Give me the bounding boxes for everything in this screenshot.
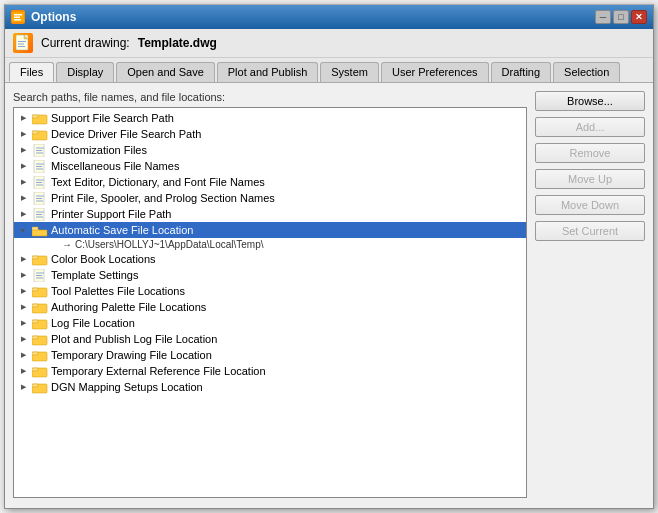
maximize-button[interactable]: □ — [613, 10, 629, 24]
title-bar-left: Options — [11, 10, 76, 24]
current-drawing-value: Template.dwg — [138, 36, 217, 50]
tree-label-printer-support: Printer Support File Path — [51, 208, 171, 220]
tab-files[interactable]: Files — [9, 62, 54, 82]
tree-item-authoring[interactable]: Authoring Palette File Locations — [14, 299, 526, 315]
current-drawing-label: Current drawing: — [41, 36, 130, 50]
tree-label-misc: Miscellaneous File Names — [51, 160, 179, 172]
svg-rect-50 — [32, 352, 38, 355]
browse-button[interactable]: Browse... — [535, 91, 645, 111]
expander-misc[interactable] — [16, 159, 30, 173]
tree-container[interactable]: Support File Search Path Device Driver F… — [13, 107, 527, 498]
folder-icon-dgn-mapping — [32, 381, 48, 394]
tree-label-customization: Customization Files — [51, 144, 147, 156]
left-panel: Search paths, file names, and file locat… — [13, 91, 527, 498]
expander-autosave[interactable] — [16, 223, 30, 237]
expander-tool-palettes[interactable] — [16, 284, 30, 298]
svg-rect-44 — [32, 304, 38, 307]
svg-rect-42 — [32, 288, 38, 291]
title-bar: Options ─ □ ✕ — [5, 5, 653, 29]
tab-display[interactable]: Display — [56, 62, 114, 82]
search-label: Search paths, file names, and file locat… — [13, 91, 527, 103]
tree-label-support: Support File Search Path — [51, 112, 174, 124]
tree-label-autosave: Automatic Save File Location — [51, 224, 193, 236]
tabs-bar: Files Display Open and Save Plot and Pub… — [5, 58, 653, 83]
tree-item-autosave-path[interactable]: → C:\Users\HOLLYJ~1\AppData\Local\Temp\ — [14, 238, 526, 251]
tab-open-save[interactable]: Open and Save — [116, 62, 214, 82]
tree-item-autosave[interactable]: Automatic Save File Location — [14, 222, 526, 238]
expander-temp-ext-ref[interactable] — [16, 364, 30, 378]
folder-icon-color-book — [32, 253, 48, 266]
right-panel: Browse... Add... Remove Move Up Move Dow… — [535, 91, 645, 498]
drawing-icon — [13, 33, 33, 53]
options-window: Options ─ □ ✕ Current drawing: Template.… — [4, 4, 654, 509]
tree-item-text-editor[interactable]: Text Editor, Dictionary, and Font File N… — [14, 174, 526, 190]
tree-item-customization[interactable]: Customization Files — [14, 142, 526, 158]
tree-item-tool-palettes[interactable]: Tool Palettes File Locations — [14, 283, 526, 299]
folder-icon-temp-ext-ref — [32, 365, 48, 378]
expander-printer-support[interactable] — [16, 207, 30, 221]
file-icon-template — [32, 269, 48, 282]
tree-item-temp-drawing[interactable]: Temporary Drawing File Location — [14, 347, 526, 363]
minimize-button[interactable]: ─ — [595, 10, 611, 24]
expander-plot-publish-log[interactable] — [16, 332, 30, 346]
tree-label-device: Device Driver File Search Path — [51, 128, 201, 140]
tab-drafting[interactable]: Drafting — [491, 62, 552, 82]
main-content: Search paths, file names, and file locat… — [5, 83, 653, 506]
expander-support[interactable] — [16, 111, 30, 125]
tab-system[interactable]: System — [320, 62, 379, 82]
window-icon — [11, 10, 25, 24]
tree-item-printer-support[interactable]: Printer Support File Path — [14, 206, 526, 222]
expander-temp-drawing[interactable] — [16, 348, 30, 362]
tree-item-log-file[interactable]: Log File Location — [14, 315, 526, 331]
expander-dgn-mapping[interactable] — [16, 380, 30, 394]
tree-item-device[interactable]: Device Driver File Search Path — [14, 126, 526, 142]
tree-item-misc[interactable]: Miscellaneous File Names — [14, 158, 526, 174]
tree-label-temp-drawing: Temporary Drawing File Location — [51, 349, 212, 361]
tree-label-log-file: Log File Location — [51, 317, 135, 329]
expander-log-file[interactable] — [16, 316, 30, 330]
svg-rect-48 — [32, 336, 38, 339]
svg-rect-12 — [32, 131, 38, 134]
tree-item-support-path[interactable]: Support File Search Path — [14, 110, 526, 126]
svg-rect-46 — [32, 320, 38, 323]
tab-selection[interactable]: Selection — [553, 62, 620, 82]
set-current-button[interactable]: Set Current — [535, 221, 645, 241]
move-down-button[interactable]: Move Down — [535, 195, 645, 215]
tab-plot-publish[interactable]: Plot and Publish — [217, 62, 319, 82]
folder-icon-temp-drawing — [32, 349, 48, 362]
expander-authoring[interactable] — [16, 300, 30, 314]
svg-rect-7 — [18, 44, 24, 45]
expander-print[interactable] — [16, 191, 30, 205]
tree-item-dgn-mapping[interactable]: DGN Mapping Setups Location — [14, 379, 526, 395]
close-button[interactable]: ✕ — [631, 10, 647, 24]
svg-rect-1 — [14, 14, 22, 16]
tree-item-plot-publish-log[interactable]: Plot and Publish Log File Location — [14, 331, 526, 347]
folder-icon-tool-palettes — [32, 285, 48, 298]
tree-item-color-book[interactable]: Color Book Locations — [14, 251, 526, 267]
expander-text-editor[interactable] — [16, 175, 30, 189]
expander-customization[interactable] — [16, 143, 30, 157]
tree-item-template[interactable]: Template Settings — [14, 267, 526, 283]
folder-icon-device — [32, 128, 48, 141]
expander-template[interactable] — [16, 268, 30, 282]
title-controls: ─ □ ✕ — [595, 10, 647, 24]
expander-color-book[interactable] — [16, 252, 30, 266]
window-title: Options — [31, 10, 76, 24]
expander-device[interactable] — [16, 127, 30, 141]
svg-rect-6 — [18, 41, 26, 42]
svg-rect-52 — [32, 368, 38, 371]
file-icon-customization — [32, 144, 48, 157]
add-button[interactable]: Add... — [535, 117, 645, 137]
svg-rect-54 — [32, 384, 38, 387]
tab-user-prefs[interactable]: User Preferences — [381, 62, 489, 82]
tree-item-print[interactable]: Print File, Spooler, and Prolog Section … — [14, 190, 526, 206]
tree-item-temp-ext-ref[interactable]: Temporary External Reference File Locati… — [14, 363, 526, 379]
tree-label-autosave-path: C:\Users\HOLLYJ~1\AppData\Local\Temp\ — [75, 239, 264, 250]
tree-label-dgn-mapping: DGN Mapping Setups Location — [51, 381, 203, 393]
tree-label-print: Print File, Spooler, and Prolog Section … — [51, 192, 275, 204]
file-icon-misc — [32, 160, 48, 173]
folder-icon-support — [32, 112, 48, 125]
svg-rect-2 — [14, 17, 20, 19]
move-up-button[interactable]: Move Up — [535, 169, 645, 189]
remove-button[interactable]: Remove — [535, 143, 645, 163]
